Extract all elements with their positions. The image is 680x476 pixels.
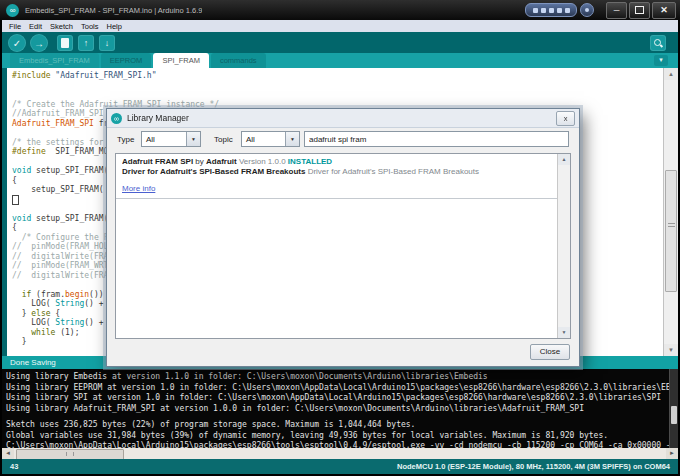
- chevron-down-icon: ▼: [658, 57, 664, 63]
- more-info-link[interactable]: More info: [122, 184, 155, 194]
- scroll-up-arrow[interactable]: ▲: [664, 68, 678, 80]
- dialog-list-scrollbar[interactable]: ▲ ▼: [557, 154, 570, 338]
- save-sketch-button[interactable]: ↓: [99, 35, 115, 51]
- console-line: Using library Embedis at version 1.1.0 i…: [6, 372, 668, 383]
- editor-left-border: [2, 68, 7, 356]
- upload-button[interactable]: →: [30, 34, 48, 52]
- library-results-list[interactable]: Adafruit FRAM SPI by Adafruit Version 1.…: [115, 153, 571, 339]
- code-line: #include "Adafruit_FRAM_SPI.h": [12, 71, 662, 81]
- scroll-left-arrow[interactable]: ◄: [2, 448, 14, 459]
- dialog-title: Library Manager: [127, 113, 556, 123]
- console-line: Sketch uses 236,825 bytes (22%) of progr…: [6, 420, 668, 431]
- menu-item-help[interactable]: Help: [102, 22, 125, 31]
- menu-item-sketch[interactable]: Sketch: [46, 22, 77, 31]
- caret-line-number: 43: [10, 462, 18, 471]
- new-sketch-button[interactable]: [57, 35, 73, 51]
- toolbar: ✓ → ↑ ↓: [2, 32, 678, 53]
- tab-spi_fram[interactable]: SPI_FRAM: [153, 53, 209, 68]
- tab-list-dropdown[interactable]: ▼: [654, 55, 668, 66]
- tab-bar: Embedis_SPI_FRAMEEPROMSPI_FRAMcommands▼: [2, 53, 678, 68]
- dialog-close-button[interactable]: Close: [530, 344, 570, 360]
- dialog-close-x-button[interactable]: x: [556, 111, 575, 126]
- minimize-button[interactable]: ─: [606, 2, 627, 19]
- board-info: NodeMCU 1.0 (ESP-12E Module), 80 MHz, 11…: [397, 462, 670, 471]
- editor-caret: [12, 195, 19, 205]
- overlay-widget-icon[interactable]: [549, 8, 554, 13]
- title-bar[interactable]: ∞ Embedis_SPI_FRAM - SPI_FRAM.ino | Ardu…: [0, 0, 680, 20]
- up-arrow-icon: ↑: [84, 38, 89, 48]
- dialog-title-bar[interactable]: ∞ Library Manager x: [107, 109, 579, 128]
- scroll-down-arrow[interactable]: ▼: [664, 344, 678, 356]
- overlay-widget-icon[interactable]: [565, 8, 570, 13]
- console-line: Using library Adafruit_FRAM_SPI at versi…: [6, 404, 668, 415]
- open-sketch-button[interactable]: ↑: [78, 35, 94, 51]
- right-arrow-icon: →: [34, 38, 44, 49]
- library-result-item[interactable]: Adafruit FRAM SPI by Adafruit Version 1.…: [116, 154, 558, 199]
- console-line: Using library EEPROM at version 1.0 in f…: [6, 383, 668, 394]
- type-dropdown[interactable]: All ▼: [141, 131, 201, 147]
- overlay-widget[interactable]: [525, 3, 577, 17]
- magnifier-icon: [654, 39, 662, 47]
- result-title: Adafruit FRAM SPI by Adafruit Version 1.…: [122, 157, 552, 167]
- verify-button[interactable]: ✓: [8, 34, 26, 52]
- chevron-down-icon[interactable]: ▼: [186, 132, 200, 146]
- result-description: Driver for Adafruit's SPI-Based FRAM Bre…: [122, 167, 552, 177]
- dialog-filter-row: Type All ▼ Topic All ▼: [115, 131, 571, 148]
- overlay-widget-icon[interactable]: [557, 8, 562, 13]
- close-button[interactable]: ✕: [652, 2, 676, 19]
- console-horizontal-scrollbar[interactable]: ◄ ►: [2, 448, 678, 459]
- menu-bar: FileEditSketchToolsHelp: [2, 20, 678, 32]
- overlay-widget-button[interactable]: [580, 3, 594, 17]
- menu-item-edit[interactable]: Edit: [25, 22, 46, 31]
- arduino-ide-window: ∞ Embedis_SPI_FRAM - SPI_FRAM.ino | Ardu…: [0, 0, 680, 476]
- topic-dropdown[interactable]: All ▼: [241, 131, 300, 147]
- maximize-button[interactable]: [629, 2, 650, 19]
- library-manager-dialog: ∞ Library Manager x Type All ▼ Topic All…: [106, 108, 580, 367]
- menu-item-tools[interactable]: Tools: [77, 22, 103, 31]
- scroll-up-arrow[interactable]: ▲: [558, 154, 570, 165]
- chevron-down-icon[interactable]: ▼: [285, 132, 299, 146]
- window-title: Embedis_SPI_FRAM - SPI_FRAM.ino | Arduin…: [25, 6, 202, 15]
- overlay-widget-icon[interactable]: [541, 8, 546, 13]
- status-bar: 43 NodeMCU 1.0 (ESP-12E Module), 80 MHz,…: [2, 459, 678, 474]
- check-icon: ✓: [13, 38, 21, 49]
- menu-item-file[interactable]: File: [5, 22, 25, 31]
- new-document-icon: [61, 38, 69, 48]
- tab-embedis_spi_fram[interactable]: Embedis_SPI_FRAM: [10, 53, 99, 68]
- console-output: Using library Embedis at version 1.1.0 i…: [2, 369, 678, 448]
- type-label: Type: [117, 135, 134, 144]
- serial-monitor-button[interactable]: [650, 35, 666, 51]
- library-search-input[interactable]: [304, 131, 569, 147]
- status-strip-text: Done Saving: [10, 358, 56, 367]
- down-arrow-icon: ↓: [105, 38, 110, 48]
- console-line: C:\Users\moxon\AppData\Local\Arduino15\p…: [6, 441, 668, 448]
- tab-eeprom[interactable]: EEPROM: [101, 53, 152, 68]
- scroll-grip: [668, 223, 675, 227]
- code-line: [12, 81, 662, 91]
- editor-scroll-thumb[interactable]: [665, 170, 677, 292]
- arduino-dialog-icon: ∞: [111, 113, 122, 124]
- console-scroll-thumb[interactable]: [671, 406, 677, 424]
- arduino-logo-icon: ∞: [6, 4, 19, 17]
- scroll-right-arrow[interactable]: ►: [666, 448, 678, 459]
- topic-label: Topic: [214, 135, 233, 144]
- hscroll-grip: [66, 452, 74, 456]
- tab-commands[interactable]: commands: [211, 53, 266, 68]
- console-line: Using library SPI at version 1.0 in fold…: [6, 393, 668, 404]
- code-line: [12, 90, 662, 100]
- close-icon: x: [564, 114, 568, 123]
- type-dropdown-value: All: [146, 135, 155, 144]
- topic-dropdown-value: All: [246, 135, 255, 144]
- console-line: Global variables use 31,984 bytes (39%) …: [6, 431, 668, 442]
- console-vertical-scrollbar[interactable]: [669, 369, 678, 448]
- maximize-icon: [635, 6, 644, 14]
- editor-vertical-scrollbar[interactable]: ▲ ▼: [663, 68, 678, 356]
- overlay-widget-icon[interactable]: [533, 8, 538, 13]
- scroll-down-arrow[interactable]: ▼: [558, 327, 570, 338]
